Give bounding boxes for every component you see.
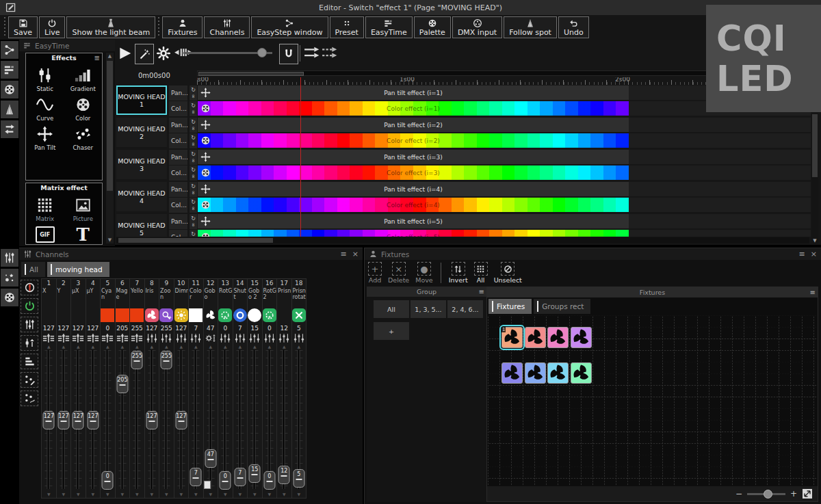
tab-fixtures[interactable]: Fixtures [488, 299, 532, 314]
toolbar-button-undo[interactable]: Undo [558, 16, 589, 38]
timeline-bottom-scrollbar[interactable] [116, 237, 809, 243]
channel-mode-icon[interactable] [101, 332, 115, 343]
group-button-all[interactable]: All [374, 300, 409, 318]
channel-feature-cell[interactable] [204, 306, 218, 324]
fader-up-arrow[interactable]: ▲ [86, 344, 101, 349]
channels-tool-fader-up[interactable] [21, 335, 38, 351]
fixture-item-8[interactable] [571, 362, 592, 384]
fader-handle[interactable]: 205 [116, 375, 128, 393]
channel-mode-icon[interactable] [263, 332, 277, 343]
channel-mode-icon[interactable] [116, 332, 130, 343]
fader-down-arrow[interactable]: ▼ [130, 492, 144, 496]
fader-down-arrow[interactable]: ▼ [116, 492, 130, 496]
shutter-icon[interactable] [233, 308, 247, 322]
fader-handle[interactable]: 47 [205, 449, 216, 468]
channel-mode-icon[interactable] [248, 332, 262, 343]
color-track[interactable]: Color effect (i=5) [198, 230, 811, 237]
magnet-snap-button[interactable] [279, 44, 298, 64]
magic-wand-button[interactable] [135, 44, 154, 64]
fader-down-arrow[interactable]: ▼ [145, 492, 159, 496]
effect-item-textT[interactable]: T [64, 226, 103, 245]
color-track[interactable]: Color effect (i=2) [198, 133, 811, 148]
color-effect-block[interactable]: Color effect (i=4) [198, 198, 629, 212]
fixture-name-1[interactable]: MOVING HEAD 1 [116, 85, 167, 115]
fixtures-toolbar-delete[interactable]: ×Delete [388, 262, 409, 284]
pan-tilt-effect-block[interactable]: Pan tilt effect (i=4) [198, 182, 629, 196]
pan-track[interactable]: Pan tilt effect (i=5) [198, 214, 811, 228]
fader-down-arrow[interactable]: ▼ [292, 492, 307, 496]
scrollbar-thumb[interactable] [198, 72, 304, 76]
channel-feature-cell[interactable] [248, 306, 262, 324]
fixture-name-4[interactable]: MOVING HEAD 4 [116, 182, 167, 211]
pan-track[interactable]: Pan tilt effect (i=4) [198, 182, 811, 196]
loop-mode-buttons[interactable]: ↻∞ [190, 230, 197, 237]
effect-item-chaser[interactable]: Chaser [64, 126, 103, 151]
channel-mode-icon[interactable] [277, 332, 291, 343]
channel-fader[interactable]: ▲255▼ [159, 343, 174, 498]
menu-icon[interactable]: ≡ [479, 287, 484, 297]
channel-feature-cell[interactable] [233, 306, 248, 324]
fader-up-arrow[interactable]: ▲ [130, 344, 144, 349]
color-effect-block[interactable]: Color effect (i=2) [198, 133, 629, 148]
sidebar-button-light-beam[interactable] [1, 101, 18, 118]
sidebar-button-palette[interactable] [1, 289, 18, 306]
loop-mode-buttons[interactable]: ↻∞ [190, 165, 197, 181]
gobo-rotation-icon[interactable] [218, 308, 232, 322]
tab-moving-head[interactable]: moving head [47, 262, 109, 277]
pan-tilt-effect-block[interactable]: Pan tilt effect (i=3) [198, 150, 629, 164]
channel-mode-icon[interactable] [71, 332, 86, 343]
channel-mode-icon[interactable] [130, 332, 144, 343]
channel-feature-cell[interactable] [292, 306, 307, 324]
fixture-item-1[interactable]: 1 [501, 327, 523, 348]
pan-track[interactable]: Pan tilt effect (i=2) [198, 118, 811, 132]
fader-handle[interactable]: 7 [234, 468, 246, 486]
fader-handle[interactable]: 127 [57, 411, 69, 429]
color-effect-block[interactable]: Color effect (i=5) [198, 230, 629, 237]
fixture-item-3[interactable] [547, 327, 569, 348]
iris-icon[interactable] [145, 308, 159, 322]
toolbar-button-palette[interactable]: Palette [414, 16, 451, 38]
fader-up-arrow[interactable]: ▲ [277, 344, 291, 349]
fader-handle[interactable]: 127 [43, 411, 55, 429]
close-icon[interactable]: × [811, 250, 817, 258]
zoom-out-button[interactable]: − [735, 490, 742, 498]
fader-handle[interactable]: 15 [249, 464, 261, 483]
effect-item-matrix[interactable]: Matrix [26, 197, 64, 222]
effect-item-gif[interactable]: GIF [26, 226, 64, 245]
feature-color-swatch[interactable] [130, 308, 144, 322]
fit-view-icon[interactable] [802, 488, 813, 499]
fader-up-arrow[interactable]: ▲ [101, 344, 115, 349]
reorder-tracks-dashed-icon[interactable] [322, 46, 338, 59]
fader-note-icon[interactable] [204, 481, 211, 489]
fixture-name-2[interactable]: MOVING HEAD 2 [116, 118, 167, 147]
channel-fader[interactable]: ▲7▼ [189, 343, 203, 498]
channel-fader[interactable]: ▲127▼ [145, 343, 159, 498]
group-add-button[interactable]: + [374, 322, 409, 340]
sidebar-button-easystep[interactable] [1, 41, 18, 59]
fader-down-arrow[interactable]: ▼ [218, 492, 233, 496]
channel-fader[interactable]: ▲7▼ [233, 343, 248, 498]
menu-icon[interactable]: ≡ [94, 53, 100, 63]
timeline-zoom-slider[interactable] [183, 52, 272, 54]
pan-track[interactable]: Pan tilt effect (i=3) [198, 150, 811, 164]
sidebar-button-swap-arrows[interactable] [1, 120, 18, 138]
channels-tool-curve-nodes[interactable] [21, 390, 38, 406]
loop-mode-buttons[interactable]: ↻∞ [190, 198, 197, 213]
group-button-even[interactable]: 2, 4, 6... [447, 300, 483, 318]
fader-down-arrow[interactable]: ▼ [86, 492, 101, 496]
fader-down-arrow[interactable]: ▼ [204, 492, 218, 496]
channel-fader[interactable]: ▲0▼ [101, 343, 115, 498]
channel-feature-cell[interactable] [159, 306, 174, 324]
menu-icon[interactable]: ≡ [810, 287, 816, 297]
channel-mode-icon[interactable] [57, 332, 71, 343]
fixtures-toolbar-invert[interactable]: Invert [449, 262, 468, 284]
fixtures-grid[interactable]: 1 [488, 315, 817, 486]
color-effect-block[interactable]: Color effect (i=1) [198, 101, 629, 116]
channel-fader[interactable]: ▲15▼ [248, 343, 262, 498]
gobo-icon[interactable] [204, 308, 218, 322]
channel-feature-cell[interactable] [174, 306, 189, 324]
channel-fader[interactable]: ▲255▼ [130, 343, 144, 498]
channel-mode-icon[interactable] [204, 332, 218, 343]
tab-all[interactable]: All [21, 262, 45, 277]
fader-down-arrow[interactable]: ▼ [71, 492, 86, 496]
